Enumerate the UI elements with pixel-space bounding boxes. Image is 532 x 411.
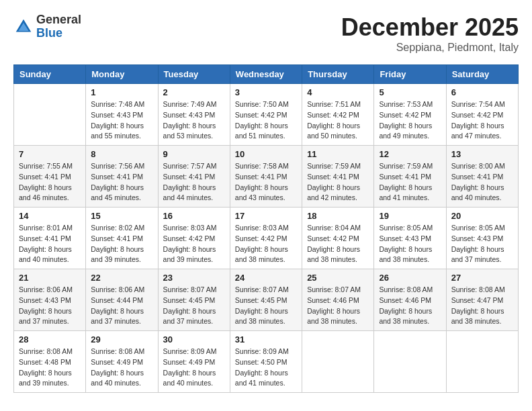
daylight-line1: Daylight: 8 hours (163, 183, 225, 193)
calendar-week-row: 7Sunrise: 7:55 AMSunset: 4:41 PMDaylight… (14, 146, 519, 208)
day-info: Sunrise: 8:08 AMSunset: 4:48 PMDaylight:… (19, 347, 81, 389)
calendar-cell: 1Sunrise: 7:48 AMSunset: 4:43 PMDaylight… (86, 84, 158, 146)
calendar-cell: 21Sunrise: 8:06 AMSunset: 4:43 PMDayligh… (14, 269, 86, 331)
day-info: Sunrise: 8:03 AMSunset: 4:42 PMDaylight:… (235, 223, 297, 265)
weekday-header-friday: Friday (374, 65, 446, 84)
sunrise-text: Sunrise: 8:07 AM (235, 285, 297, 295)
daylight-line1: Daylight: 8 hours (91, 306, 152, 317)
sunrise-text: Sunrise: 7:59 AM (379, 161, 441, 172)
day-number: 21 (19, 273, 81, 283)
daylight-line2: and 50 minutes. (307, 131, 369, 142)
sunrise-text: Sunrise: 7:51 AM (307, 99, 369, 110)
sunrise-text: Sunrise: 7:50 AM (235, 99, 297, 110)
calendar-cell: 25Sunrise: 8:07 AMSunset: 4:46 PMDayligh… (302, 269, 374, 331)
sunrise-text: Sunrise: 7:53 AM (379, 99, 441, 110)
calendar-week-row: 14Sunrise: 8:01 AMSunset: 4:41 PMDayligh… (14, 208, 519, 269)
daylight-line1: Daylight: 8 hours (451, 183, 513, 193)
calendar-cell: 12Sunrise: 7:59 AMSunset: 4:41 PMDayligh… (374, 146, 446, 208)
daylight-line1: Daylight: 8 hours (163, 121, 225, 132)
daylight-line2: and 38 minutes. (235, 316, 297, 327)
calendar-cell (374, 331, 446, 393)
daylight-line2: and 38 minutes. (307, 255, 369, 265)
sunset-text: Sunset: 4:49 PM (91, 357, 152, 368)
daylight-line2: and 44 minutes. (163, 193, 225, 203)
daylight-line2: and 37 minutes. (163, 316, 225, 327)
calendar-cell: 9Sunrise: 7:57 AMSunset: 4:41 PMDaylight… (158, 146, 230, 208)
daylight-line1: Daylight: 8 hours (19, 183, 81, 193)
sunset-text: Sunset: 4:41 PM (307, 172, 369, 183)
daylight-line2: and 40 minutes. (19, 255, 81, 265)
sunrise-text: Sunrise: 8:09 AM (163, 347, 225, 357)
day-number: 24 (235, 273, 297, 283)
weekday-header-saturday: Saturday (446, 65, 518, 84)
daylight-line2: and 45 minutes. (91, 193, 152, 203)
daylight-line1: Daylight: 8 hours (163, 244, 225, 255)
day-number: 17 (235, 211, 297, 221)
daylight-line1: Daylight: 8 hours (451, 306, 513, 317)
day-number: 12 (379, 149, 441, 159)
daylight-line1: Daylight: 8 hours (91, 183, 152, 193)
day-number: 7 (19, 149, 81, 159)
calendar-cell: 11Sunrise: 7:59 AMSunset: 4:41 PMDayligh… (302, 146, 374, 208)
daylight-line2: and 43 minutes. (235, 193, 297, 203)
daylight-line2: and 41 minutes. (379, 193, 441, 203)
day-number: 9 (163, 149, 225, 159)
sunset-text: Sunset: 4:45 PM (163, 295, 225, 306)
day-number: 15 (91, 211, 152, 221)
sunset-text: Sunset: 4:42 PM (451, 110, 513, 121)
sunset-text: Sunset: 4:42 PM (307, 110, 369, 121)
title-block: December 2025 Seppiana, Piedmont, Italy (341, 13, 519, 54)
calendar-table: SundayMondayTuesdayWednesdayThursdayFrid… (13, 64, 519, 393)
daylight-line2: and 40 minutes. (451, 193, 513, 203)
sunset-text: Sunset: 4:47 PM (451, 295, 513, 306)
daylight-line2: and 55 minutes. (91, 131, 152, 142)
day-number: 10 (235, 149, 297, 159)
calendar-week-row: 21Sunrise: 8:06 AMSunset: 4:43 PMDayligh… (14, 269, 519, 331)
daylight-line1: Daylight: 8 hours (235, 244, 297, 255)
sunset-text: Sunset: 4:42 PM (163, 234, 225, 244)
sunrise-text: Sunrise: 8:03 AM (163, 223, 225, 234)
sunrise-text: Sunrise: 8:06 AM (91, 285, 152, 295)
daylight-line1: Daylight: 8 hours (235, 368, 297, 379)
day-number: 19 (379, 211, 441, 221)
daylight-line1: Daylight: 8 hours (379, 121, 441, 132)
daylight-line1: Daylight: 8 hours (379, 183, 441, 193)
daylight-line2: and 51 minutes. (235, 131, 297, 142)
sunrise-text: Sunrise: 7:48 AM (91, 99, 152, 110)
sunrise-text: Sunrise: 8:00 AM (451, 161, 513, 172)
sunrise-text: Sunrise: 8:09 AM (235, 347, 297, 357)
day-info: Sunrise: 7:59 AMSunset: 4:41 PMDaylight:… (307, 161, 369, 203)
day-info: Sunrise: 8:07 AMSunset: 4:46 PMDaylight:… (307, 285, 369, 327)
day-info: Sunrise: 8:01 AMSunset: 4:41 PMDaylight:… (19, 223, 81, 265)
calendar-cell: 5Sunrise: 7:53 AMSunset: 4:42 PMDaylight… (374, 84, 446, 146)
sunset-text: Sunset: 4:42 PM (379, 110, 441, 121)
month-title: December 2025 (341, 13, 519, 42)
daylight-line1: Daylight: 8 hours (307, 183, 369, 193)
day-info: Sunrise: 8:05 AMSunset: 4:43 PMDaylight:… (451, 223, 513, 265)
calendar-cell: 31Sunrise: 8:09 AMSunset: 4:50 PMDayligh… (230, 331, 302, 393)
calendar-week-row: 1Sunrise: 7:48 AMSunset: 4:43 PMDaylight… (14, 84, 519, 146)
daylight-line2: and 40 minutes. (163, 378, 225, 389)
sunset-text: Sunset: 4:48 PM (19, 357, 81, 368)
sunset-text: Sunset: 4:41 PM (163, 172, 225, 183)
calendar-cell: 30Sunrise: 8:09 AMSunset: 4:49 PMDayligh… (158, 331, 230, 393)
sunrise-text: Sunrise: 8:02 AM (91, 223, 152, 234)
day-number: 23 (163, 273, 225, 283)
day-info: Sunrise: 7:57 AMSunset: 4:41 PMDaylight:… (163, 161, 225, 203)
daylight-line2: and 38 minutes. (379, 316, 441, 327)
day-number: 29 (91, 334, 152, 345)
sunrise-text: Sunrise: 8:06 AM (19, 285, 81, 295)
sunset-text: Sunset: 4:41 PM (91, 234, 152, 244)
daylight-line1: Daylight: 8 hours (235, 121, 297, 132)
sunrise-text: Sunrise: 8:08 AM (451, 285, 513, 295)
daylight-line1: Daylight: 8 hours (19, 368, 81, 379)
day-info: Sunrise: 8:00 AMSunset: 4:41 PMDaylight:… (451, 161, 513, 203)
daylight-line1: Daylight: 8 hours (451, 121, 513, 132)
day-number: 16 (163, 211, 225, 221)
day-number: 27 (451, 273, 513, 283)
sunset-text: Sunset: 4:41 PM (379, 172, 441, 183)
sunrise-text: Sunrise: 7:54 AM (451, 99, 513, 110)
calendar-cell: 28Sunrise: 8:08 AMSunset: 4:48 PMDayligh… (14, 331, 86, 393)
sunset-text: Sunset: 4:42 PM (235, 234, 297, 244)
daylight-line1: Daylight: 8 hours (379, 306, 441, 317)
